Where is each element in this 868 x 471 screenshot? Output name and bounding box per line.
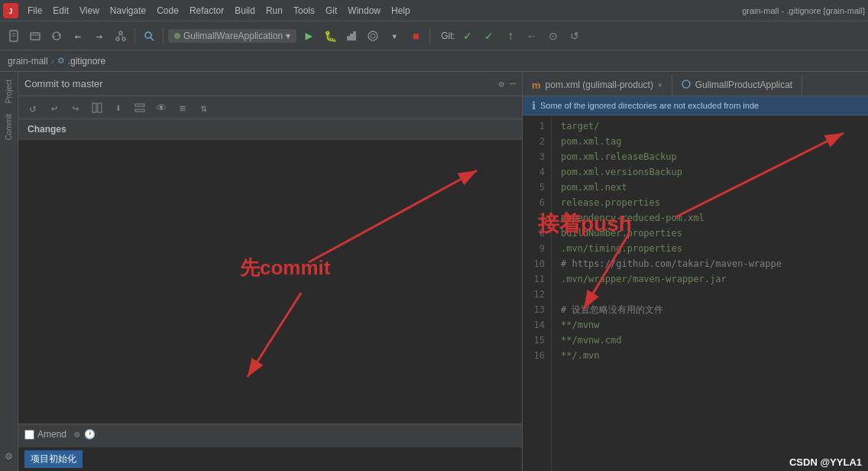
sort-icon[interactable]: ⇅ [196,99,212,116]
menu-code[interactable]: Code [152,4,183,18]
run-btn[interactable]: ▶ [300,27,318,45]
svg-point-6 [119,31,122,34]
git-history-btn[interactable]: ⊙ [544,27,562,45]
svg-point-17 [371,34,375,38]
svg-point-16 [368,31,377,41]
history-icon-bottom[interactable]: 🕐 [84,429,96,440]
tab-gulimall[interactable]: GulimallProductApplicat [672,74,802,96]
profile-btn[interactable] [364,27,382,45]
svg-point-7 [116,37,119,41]
breadcrumb-project[interactable]: grain-mall [8,56,48,67]
menu-window[interactable]: Window [343,4,385,18]
main-toolbar: ← → GulimallWareApplication ▾ ▶ 🐛 ▾ ■ Gi… [0,21,868,50]
app-icon: J [3,3,18,18]
svg-rect-18 [92,103,96,112]
filter-icon[interactable]: ≡ [174,99,191,116]
svg-line-9 [118,34,121,37]
git-undo-btn[interactable]: ← [523,27,541,45]
menu-git[interactable]: Git [321,4,342,18]
tab-pom-xml[interactable]: m pom.xml (gulimall-product) × [523,74,672,96]
svg-point-25 [682,80,690,88]
breadcrumb: grain-mall › ⚙ .gitignore [0,50,868,72]
push-arrows [523,118,868,347]
svg-line-28 [584,232,630,309]
amend-checkbox[interactable]: Amend [24,429,66,440]
commit-message-input[interactable]: 项目初始化 [24,450,83,468]
diff-icon[interactable] [89,99,105,116]
tab-icon-m: m [532,80,541,91]
separator2 [163,28,164,44]
menu-build[interactable]: Build [230,4,260,18]
commit-panel-header: Commit to master ⚙ ─ [18,72,522,96]
git-checkmark-btn[interactable]: ✓ [458,27,477,45]
debug-btn[interactable]: 🐛 [321,27,339,45]
svg-line-10 [121,34,124,37]
svg-rect-13 [347,36,350,41]
undo-icon[interactable]: ↩ [46,99,63,116]
svg-line-12 [151,37,154,41]
run-config-indicator [174,33,180,39]
settings-icon[interactable]: ⚙ [0,447,18,465]
git-push-btn[interactable]: ✓ [480,27,498,45]
coverage-btn[interactable] [342,27,361,45]
eye-icon[interactable]: 👁 [153,99,170,116]
menu-tools[interactable]: Tools [289,4,319,18]
git-arrow-btn[interactable]: ↑ [501,27,520,45]
run-config-dropdown-icon: ▾ [286,31,290,41]
sidebar-project-label[interactable]: Project [3,75,15,108]
commit-panel: Commit to master ⚙ ─ ↺ ↩ ↪ ⬇ 👁 ≡ ⇅ Chang… [18,72,523,471]
svg-line-24 [248,293,301,377]
settings-icon-bottom[interactable]: ⚙ [74,429,79,440]
svg-text:J: J [8,8,12,15]
search-everywhere-btn[interactable] [140,27,158,45]
svg-rect-14 [350,34,353,41]
menu-edit[interactable]: Edit [48,4,73,18]
annotation-arrows [18,140,522,423]
dropdown-btn[interactable]: ▾ [385,27,403,45]
vcs-btn[interactable] [112,27,130,45]
changes-content: 先commit [18,140,522,424]
group-icon[interactable] [131,99,148,116]
gitignore-icon: ⚙ [57,56,65,66]
breadcrumb-file: .gitignore [68,56,105,67]
redo-icon[interactable]: ↪ [67,99,84,116]
commit-title: Commit to master [24,78,499,89]
menu-view[interactable]: View [75,4,104,18]
menu-run[interactable]: Run [261,4,287,18]
commit-message-area: 项目初始化 [18,447,522,471]
notification-bar: ℹ Some of the ignored directories are no… [523,96,868,115]
menu-file[interactable]: File [23,4,47,18]
open-btn[interactable] [26,27,44,45]
settings-gear-icon[interactable]: ⚙ [499,79,504,89]
git-revert-btn[interactable]: ↺ [565,27,584,45]
sidebar-commit-label[interactable]: Commit [3,109,15,145]
menu-refactor[interactable]: Refactor [185,4,228,18]
changes-header: Changes [18,119,522,140]
menu-help[interactable]: Help [387,4,415,18]
download-icon[interactable]: ⬇ [110,99,127,116]
svg-rect-20 [135,104,144,106]
svg-line-23 [309,171,477,262]
new-file-btn[interactable] [5,27,23,45]
separator1 [134,28,135,44]
amend-input[interactable] [24,430,34,440]
stop-btn[interactable]: ■ [406,27,425,45]
menu-navigate[interactable]: Navigate [105,4,151,18]
editor-tabs: m pom.xml (gulimall-product) × GulimallP… [523,72,868,96]
first-commit-annotation: 先commit [240,255,330,281]
refresh-icon[interactable]: ↺ [24,99,41,116]
tab-icon-g [682,80,691,91]
changes-label: Changes [28,124,66,135]
tab-gulimall-label: GulimallProductApplicat [695,80,792,90]
svg-rect-5 [31,33,40,40]
main-layout: Project Commit ⚙ Commit to master ⚙ ─ ↺ … [0,72,868,471]
tab-pom-close[interactable]: × [658,81,662,89]
run-config-label: GulimallWareApplication [183,31,283,41]
line-num-16: 16 [523,348,545,363]
forward-btn[interactable]: → [90,27,108,45]
run-configuration[interactable]: GulimallWareApplication ▾ [168,29,296,43]
side-icons: Project Commit ⚙ [0,72,18,471]
sync-btn[interactable] [47,27,66,45]
back-btn[interactable]: ← [69,27,87,45]
minimize-icon[interactable]: ─ [510,79,516,89]
